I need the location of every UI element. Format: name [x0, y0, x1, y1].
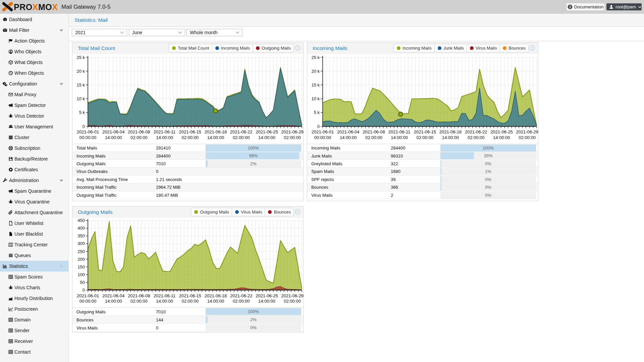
svg-text:02:00:00: 02:00:00: [468, 135, 485, 140]
svg-text:2021-06-01: 2021-06-01: [77, 129, 99, 134]
svg-text:02:00:00: 02:00:00: [365, 135, 382, 140]
svg-text:14:00:00: 14:00:00: [207, 135, 224, 140]
svg-text:2021-06-01: 2021-06-01: [312, 129, 334, 134]
svg-text:2021-06-01: 2021-06-01: [77, 293, 99, 298]
svg-text:02:00:00: 02:00:00: [181, 135, 199, 140]
svg-text:02:00:00: 02:00:00: [181, 299, 199, 304]
svg-text:2021-06-22: 2021-06-22: [230, 129, 253, 134]
svg-text:20 k: 20 k: [76, 69, 85, 74]
svg-text:2021-06-04: 2021-06-04: [102, 293, 125, 298]
svg-text:450: 450: [77, 218, 85, 223]
svg-text:14:00:00: 14:00:00: [207, 299, 224, 304]
svg-text:2021-06-18: 2021-06-18: [439, 129, 462, 134]
svg-text:25 k: 25 k: [311, 55, 320, 60]
svg-text:02:00:00: 02:00:00: [284, 135, 301, 140]
svg-text:350: 350: [77, 233, 85, 238]
svg-text:00:00:00: 00:00:00: [314, 135, 331, 140]
svg-text:200: 200: [77, 257, 85, 262]
svg-text:2021-06-18: 2021-06-18: [205, 129, 227, 134]
svg-text:02:00:00: 02:00:00: [233, 299, 250, 304]
svg-text:15 k: 15 k: [311, 82, 320, 87]
svg-text:2021-06-04: 2021-06-04: [337, 129, 359, 134]
svg-text:2021-06-25: 2021-06-25: [256, 129, 278, 134]
svg-text:00:00:00: 00:00:00: [79, 299, 97, 304]
svg-text:02:00:00: 02:00:00: [130, 299, 148, 304]
svg-text:50: 50: [80, 280, 85, 285]
svg-text:14:00:00: 14:00:00: [105, 299, 122, 304]
svg-text:14:00:00: 14:00:00: [258, 135, 275, 140]
svg-text:02:00:00: 02:00:00: [519, 135, 536, 140]
svg-text:0: 0: [83, 124, 85, 129]
svg-text:02:00:00: 02:00:00: [416, 135, 433, 140]
svg-text:5 k: 5 k: [314, 110, 320, 115]
svg-text:2021-06-29: 2021-06-29: [281, 293, 304, 298]
svg-text:2021-06-15: 2021-06-15: [179, 293, 202, 298]
svg-text:2021-06-25: 2021-06-25: [256, 293, 278, 298]
svg-text:02:00:00: 02:00:00: [233, 135, 250, 140]
svg-text:14:00:00: 14:00:00: [258, 299, 275, 304]
svg-text:14:00:00: 14:00:00: [391, 135, 408, 140]
svg-text:2021-06-11: 2021-06-11: [154, 293, 176, 298]
svg-text:2021-06-29: 2021-06-29: [281, 129, 304, 134]
svg-text:25 k: 25 k: [76, 55, 85, 60]
svg-text:2021-06-08: 2021-06-08: [128, 293, 150, 298]
svg-text:100: 100: [77, 272, 85, 277]
svg-text:02:00:00: 02:00:00: [130, 135, 148, 140]
svg-text:2021-06-22: 2021-06-22: [230, 293, 253, 298]
svg-text:00:00:00: 00:00:00: [79, 135, 97, 140]
svg-text:150: 150: [77, 264, 85, 269]
svg-text:250: 250: [77, 249, 85, 254]
svg-text:400: 400: [77, 226, 85, 231]
svg-text:14:00:00: 14:00:00: [156, 299, 173, 304]
svg-text:10 k: 10 k: [311, 96, 320, 101]
svg-text:2021-06-18: 2021-06-18: [205, 293, 227, 298]
svg-text:2021-06-08: 2021-06-08: [128, 129, 150, 134]
svg-text:14:00:00: 14:00:00: [340, 135, 357, 140]
svg-text:2021-06-15: 2021-06-15: [414, 129, 436, 134]
svg-text:2021-06-11: 2021-06-11: [154, 129, 176, 134]
svg-text:10 k: 10 k: [76, 96, 85, 101]
svg-text:2021-06-29: 2021-06-29: [516, 129, 538, 134]
svg-text:14:00:00: 14:00:00: [105, 135, 122, 140]
svg-text:15 k: 15 k: [76, 82, 85, 87]
svg-text:14:00:00: 14:00:00: [156, 135, 173, 140]
svg-text:300: 300: [77, 241, 85, 246]
svg-text:2021-06-25: 2021-06-25: [490, 129, 513, 134]
svg-text:5 k: 5 k: [79, 110, 85, 115]
svg-text:2021-06-11: 2021-06-11: [388, 129, 411, 134]
svg-text:20 k: 20 k: [311, 69, 320, 74]
svg-text:14:00:00: 14:00:00: [442, 135, 459, 140]
svg-text:02:00:00: 02:00:00: [284, 299, 301, 304]
svg-text:14:00:00: 14:00:00: [493, 135, 510, 140]
svg-text:0: 0: [317, 124, 320, 129]
svg-text:2021-06-04: 2021-06-04: [102, 129, 125, 134]
svg-text:2021-06-22: 2021-06-22: [465, 129, 487, 134]
svg-text:2021-06-15: 2021-06-15: [179, 129, 202, 134]
svg-text:2021-06-08: 2021-06-08: [363, 129, 385, 134]
svg-text:0: 0: [83, 288, 85, 293]
